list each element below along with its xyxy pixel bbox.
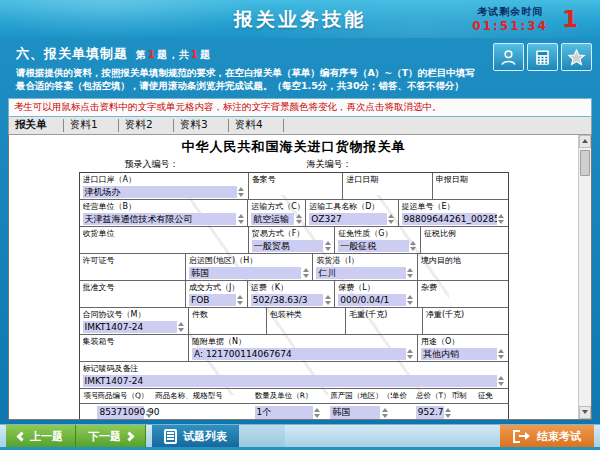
- answer-field-E[interactable]: 98809644261_00285953: [402, 213, 497, 225]
- answer-field-N[interactable]: A: 121700114067674: [192, 348, 406, 360]
- spinner[interactable]: [294, 213, 303, 225]
- spinner[interactable]: [301, 267, 310, 279]
- answer-field-B[interactable]: 天津益海通信技术有限公司: [83, 213, 237, 225]
- chevron-left-icon: [17, 431, 27, 441]
- answer-field-J[interactable]: FOB: [189, 294, 236, 306]
- field-documents: 随附单据（N） A: 121700114067674: [189, 335, 418, 361]
- scroll-down-icon[interactable]: [579, 406, 591, 419]
- answer-field-C[interactable]: 航空运输: [251, 213, 294, 225]
- field-insurance: 保费（L） 000/0.04/1: [335, 281, 418, 307]
- question-list-button[interactable]: 试题列表: [152, 425, 239, 447]
- field-destination: 境内目的地: [418, 254, 508, 280]
- table-row: 批准文号 成交方式（J） FOB 运费（K） 502/38.63/3 保费（L）…: [80, 281, 508, 308]
- field-operator: 经营单位（B） 天津益海通信技术有限公司: [80, 200, 249, 226]
- tab-material-2[interactable]: 资料2: [119, 117, 173, 134]
- answer-field-F[interactable]: 一般贸易: [252, 240, 324, 252]
- spinner[interactable]: [236, 213, 245, 225]
- star-icon[interactable]: [561, 43, 592, 71]
- field-approval-no: 批准文号: [80, 281, 187, 307]
- end-exam-button[interactable]: 结束考试: [500, 425, 594, 447]
- field-bill-no: 提运单号（E） 98809644261_00285953: [399, 200, 508, 226]
- field-gross-weight: 毛重(千克): [346, 308, 423, 334]
- answer-field-T[interactable]: 952.7: [416, 406, 444, 419]
- spinner[interactable]: [444, 406, 452, 419]
- scrollbar-thumb[interactable]: [580, 150, 590, 176]
- field-net-weight: 净重(千克): [423, 308, 508, 334]
- col-total: 总价（T）: [416, 391, 452, 401]
- field-container-no: 集装箱号: [80, 335, 190, 361]
- answer-field-A[interactable]: 津机场办: [83, 186, 237, 198]
- field-consignee: 收货单位: [80, 227, 249, 253]
- spinner[interactable]: [497, 213, 506, 225]
- tab-material-4[interactable]: 资料4: [229, 117, 283, 134]
- answer-field-O[interactable]: 其他内销: [421, 348, 497, 360]
- spinner[interactable]: [323, 294, 332, 306]
- question-counter: 第1题，共1题: [136, 49, 211, 60]
- section-title: 六、报关单填制题: [16, 46, 128, 61]
- customs-no-label: 海关编号：: [307, 158, 352, 171]
- next-question-button[interactable]: 下一题: [76, 425, 146, 447]
- col-currency: 币制: [452, 391, 478, 401]
- field-loading-port: 装货港（I） 仁川: [313, 254, 418, 280]
- answer-field-K[interactable]: 502/38.63/3: [251, 294, 324, 306]
- tab-material-3[interactable]: 资料3: [174, 117, 228, 134]
- toolbar-spacer: [239, 425, 285, 447]
- table-row: 经营单位（B） 天津益海通信技术有限公司 运输方式（C） 航空运输 运输工具名称…: [80, 200, 508, 227]
- item-row-1: 85371090.90 1个 1.03千克 韩国: [80, 404, 508, 419]
- spinner[interactable]: [380, 406, 389, 419]
- answer-field-M[interactable]: IMKT1407-24: [83, 321, 177, 333]
- field-declare-date: 申报日期: [433, 173, 508, 199]
- vertical-scrollbar[interactable]: [578, 135, 591, 419]
- spinner[interactable]: [313, 406, 322, 419]
- spinner[interactable]: [236, 294, 245, 306]
- field-pack-type: 包装种类: [267, 308, 347, 334]
- user-icon[interactable]: [493, 43, 524, 71]
- spinner[interactable]: [144, 406, 153, 419]
- pre-entry-no-label: 预录入编号：: [125, 158, 179, 171]
- tab-declaration[interactable]: 报关单: [9, 117, 63, 134]
- field-trade-mode: 贸易方式（F） 一般贸易: [249, 227, 336, 253]
- answer-field-G[interactable]: 一般征税: [338, 240, 409, 252]
- prev-question-button[interactable]: 上一题: [6, 425, 76, 447]
- answer-field-H[interactable]: 韩国: [189, 267, 301, 279]
- exam-timer: 考试剩余时间 01:51:34: [472, 5, 548, 33]
- spinner[interactable]: [497, 375, 506, 387]
- field-import-port: 进口口岸（A） 津机场办: [80, 173, 249, 199]
- calculator-icon[interactable]: [527, 43, 558, 71]
- spinner[interactable]: [406, 294, 415, 306]
- field-tax-ratio: 征税比例: [421, 227, 508, 253]
- answer-field-D[interactable]: OZ327: [309, 213, 386, 225]
- field-transport-mode: 运输方式（C） 航空运输: [248, 200, 306, 226]
- items-body: 85371090.90 1个 1.03千克 韩国: [79, 404, 509, 419]
- answer-field-P[interactable]: IMKT1407-24: [83, 375, 497, 387]
- spinner[interactable]: [497, 348, 506, 360]
- timer-label: 考试剩余时间: [472, 5, 548, 19]
- answer-field-R[interactable]: 1个 1.03千克: [255, 406, 313, 419]
- app-header: 报关业务技能 考试剩余时间 01:51:34 1: [0, 0, 600, 38]
- tab-bar: 报关单 资料1 资料2 资料3 资料4: [8, 117, 592, 135]
- answer-field-I[interactable]: 仁川: [316, 267, 406, 279]
- field-import-date: 进口日期: [343, 173, 433, 199]
- table-row: 合同协议号（M） IMKT1407-24 件数 包装种类 毛重(千克) 净重(千…: [80, 308, 508, 335]
- field-freight: 运费（K） 502/38.63/3: [248, 281, 336, 307]
- answer-field-Q[interactable]: 85371090.90: [97, 406, 144, 419]
- tab-material-1[interactable]: 资料1: [64, 117, 118, 134]
- spinner[interactable]: [177, 321, 186, 333]
- answer-field-L[interactable]: 000/0.04/1: [338, 294, 406, 306]
- spinner[interactable]: [409, 240, 418, 252]
- spinner[interactable]: [323, 240, 332, 252]
- field-origin-country: 启运国(地区)（H） 韩国: [186, 254, 313, 280]
- answer-field-S[interactable]: 韩国: [330, 406, 380, 419]
- spinner[interactable]: [406, 348, 415, 360]
- content-frame: 六、报关单填制题第1题，共1题 请根据提供的资料，按照报关单填制规范的要求，在空…: [0, 38, 600, 424]
- declaration-table: 进口口岸（A） 津机场办 备案号 进口日期 申报日期 经营单位（B） 天津益海通…: [79, 172, 509, 389]
- items-header-row: 项号 商品编号（Q） 商品名称、规格型号 数量及单位（R） 原产国（地区）（S）…: [79, 389, 509, 404]
- timer-value: 01:51:34: [472, 19, 548, 33]
- declaration-form-area: 中华人民共和国海关进口货物报关单 预录入编号： 海关编号： 进口口岸（A） 津机…: [8, 135, 592, 420]
- spinner[interactable]: [387, 213, 396, 225]
- scroll-up-icon[interactable]: [579, 135, 591, 148]
- spinner[interactable]: [406, 267, 415, 279]
- field-terms: 成交方式（J） FOB: [186, 281, 248, 307]
- col-origin: 原产国（地区）（S）: [330, 391, 392, 401]
- spinner[interactable]: [237, 186, 246, 198]
